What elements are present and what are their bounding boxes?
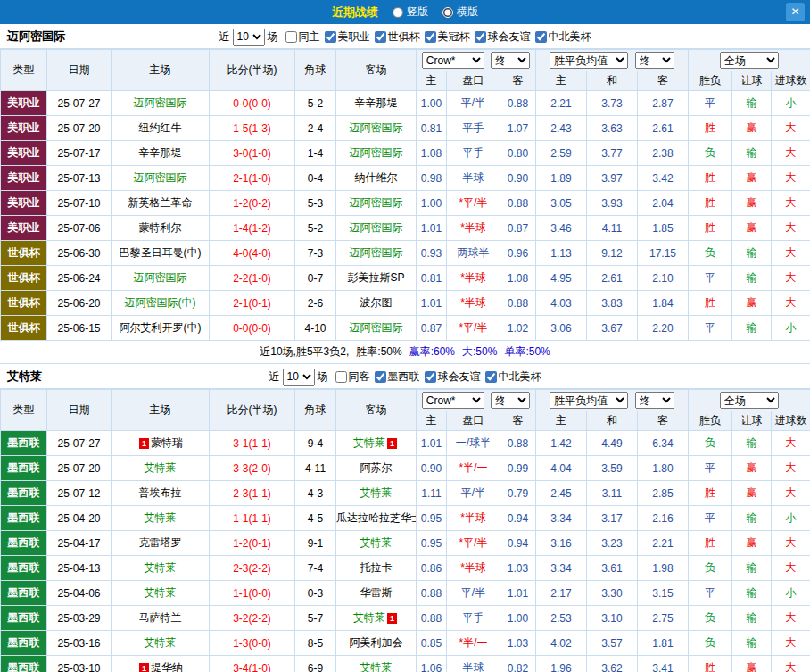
asian-home-odds: 1.08	[417, 141, 447, 166]
euro-home-odds: 3.34	[536, 506, 587, 531]
filter-checkbox-中北美杯[interactable]: 中北美杯	[535, 29, 591, 45]
score: 1-5(1-3)	[210, 116, 295, 141]
asian-away-odds: 0.88	[500, 191, 536, 216]
checkbox-input[interactable]	[475, 31, 486, 43]
home-team: 迈阿密国际	[112, 91, 210, 116]
result-handicap: 输	[732, 241, 772, 266]
sub-header-asian-home: 主	[417, 411, 447, 431]
match-count-select[interactable]: 10	[233, 29, 265, 46]
checkbox-input[interactable]	[325, 31, 336, 43]
result-scope-header: 全场	[689, 390, 810, 411]
asian-away-odds: 1.02	[500, 316, 536, 341]
layout-radio-vertical[interactable]: 竖版	[393, 4, 428, 20]
filter-checkbox-中北美杯[interactable]: 中北美杯	[485, 369, 541, 385]
odds-company-select[interactable]: Crow*	[422, 52, 484, 69]
checkbox-input[interactable]	[285, 31, 297, 43]
checkbox-input[interactable]	[375, 371, 386, 383]
score: 2-3(2-2)	[210, 556, 295, 581]
checkbox-input[interactable]	[535, 31, 547, 43]
scope-select[interactable]: 全场	[720, 392, 779, 409]
filter-checkbox-美冠杯[interactable]: 美冠杯	[425, 29, 470, 45]
result-handicap: 输	[732, 141, 772, 166]
score: 1-4(1-2)	[210, 216, 295, 241]
away-team: 辛辛那堤	[336, 91, 417, 116]
score: 3-1(1-1)	[210, 431, 295, 456]
euro-home-odds: 3.46	[536, 216, 587, 241]
filter-checkbox-世俱杯[interactable]: 世俱杯	[375, 29, 420, 45]
filter-checkbox-球会友谊[interactable]: 球会友谊	[475, 29, 531, 45]
odds-period-select[interactable]: 终	[491, 52, 530, 69]
filter-checkbox-同客[interactable]: 同客	[335, 369, 370, 385]
away-team: 阿苏尔	[336, 456, 417, 481]
match-row: 美职业 25-07-10 新英格兰革命 1-2(0-2) 5-3 迈阿密国际 1…	[1, 191, 810, 216]
league-badge: 墨西联	[1, 456, 47, 481]
home-team: 艾特莱	[112, 556, 210, 581]
europe-period-select[interactable]: 终	[635, 52, 674, 69]
odds-company-select[interactable]: Crow*	[422, 392, 484, 409]
result-handicap: 赢	[732, 481, 772, 506]
away-team: 彭美拉斯SP	[336, 266, 417, 291]
result-wdl: 平	[689, 506, 732, 531]
match-row: 世俱杯 25-06-20 迈阿密国际(中) 2-1(0-1) 2-6 波尔图 1…	[1, 291, 810, 316]
europe-period-select[interactable]: 终	[635, 392, 674, 409]
euro-draw-odds: 3.63	[587, 116, 638, 141]
match-row: 世俱杯 25-06-15 阿尔艾利开罗(中) 0-0(0-0) 4-10 迈阿密…	[1, 316, 810, 341]
filter-checkbox-墨西联[interactable]: 墨西联	[375, 369, 420, 385]
match-row: 美职业 25-07-06 蒙特利尔 1-4(1-2) 5-2 迈阿密国际 1.0…	[1, 216, 810, 241]
checkbox-input[interactable]	[375, 31, 386, 43]
checkbox-input[interactable]	[425, 371, 436, 383]
euro-draw-odds: 3.23	[587, 531, 638, 556]
score: 3-0(1-0)	[210, 141, 295, 166]
scope-select[interactable]: 全场	[720, 52, 779, 69]
close-icon[interactable]: ✕	[786, 3, 805, 21]
asian-home-odds: 0.87	[417, 316, 447, 341]
asian-home-odds: 0.85	[417, 631, 447, 656]
asian-handicap: 平手	[447, 606, 500, 631]
corner-score: 7-3	[295, 241, 336, 266]
asian-home-odds: 0.81	[417, 266, 447, 291]
europe-odds-select[interactable]: 胜平负均值	[550, 392, 628, 409]
score: 2-1(0-1)	[210, 291, 295, 316]
home-team: 阿尔艾利开罗(中)	[112, 316, 210, 341]
match-count-select[interactable]: 10	[283, 369, 315, 386]
league-badge: 美职业	[1, 116, 47, 141]
odds-period-select[interactable]: 终	[491, 392, 530, 409]
vertical-radio-input[interactable]	[393, 7, 403, 18]
euro-home-odds: 1.96	[536, 656, 587, 672]
filter-checkbox-同主[interactable]: 同主	[285, 29, 320, 45]
away-team: 艾特莱1	[336, 606, 417, 631]
league-badge: 墨西联	[1, 481, 47, 506]
home-team: 巴黎圣日耳曼(中)	[112, 241, 210, 266]
checkbox-input[interactable]	[425, 31, 436, 43]
match-row: 墨西联 25-07-12 普埃布拉 2-3(1-1) 4-3 艾特莱 1.11 …	[1, 481, 810, 506]
red-card-icon: 1	[139, 663, 149, 672]
col-header-date: 日期	[47, 390, 112, 431]
filter-checkbox-美职业[interactable]: 美职业	[325, 29, 370, 45]
asian-away-odds: 0.79	[500, 481, 536, 506]
europe-odds-select[interactable]: 胜平负均值	[550, 52, 628, 69]
result-handicap: 赢	[732, 116, 772, 141]
sub-header-goals: 进球数	[772, 71, 810, 91]
checkbox-input[interactable]	[485, 371, 497, 383]
team-name: 艾特莱	[7, 364, 42, 389]
match-date: 25-07-27	[47, 91, 112, 116]
score: 1-2(0-2)	[210, 191, 295, 216]
euro-draw-odds: 4.49	[587, 431, 638, 456]
match-row: 墨西联 25-03-10 1提华纳 3-4(1-0) 6-9 艾特莱 1.06 …	[1, 656, 810, 672]
asian-away-odds: 1.01	[500, 581, 536, 606]
layout-radio-horizontal[interactable]: 横版	[442, 4, 478, 20]
match-date: 25-03-10	[47, 656, 112, 672]
euro-away-odds: 2.20	[638, 316, 689, 341]
filter-checkbox-球会友谊[interactable]: 球会友谊	[425, 369, 481, 385]
horizontal-radio-input[interactable]	[442, 7, 453, 18]
result-handicap: 赢	[732, 531, 772, 556]
col-header-corner: 角球	[295, 50, 336, 91]
asian-handicap: 平/半	[447, 581, 500, 606]
euro-home-odds: 2.21	[536, 91, 587, 116]
result-wdl: 平	[689, 91, 732, 116]
corner-score: 5-3	[295, 191, 336, 216]
score: 3-3(2-0)	[210, 456, 295, 481]
score: 1-1(1-1)	[210, 506, 295, 531]
score: 1-1(0-0)	[210, 581, 295, 606]
checkbox-input[interactable]	[335, 371, 347, 383]
